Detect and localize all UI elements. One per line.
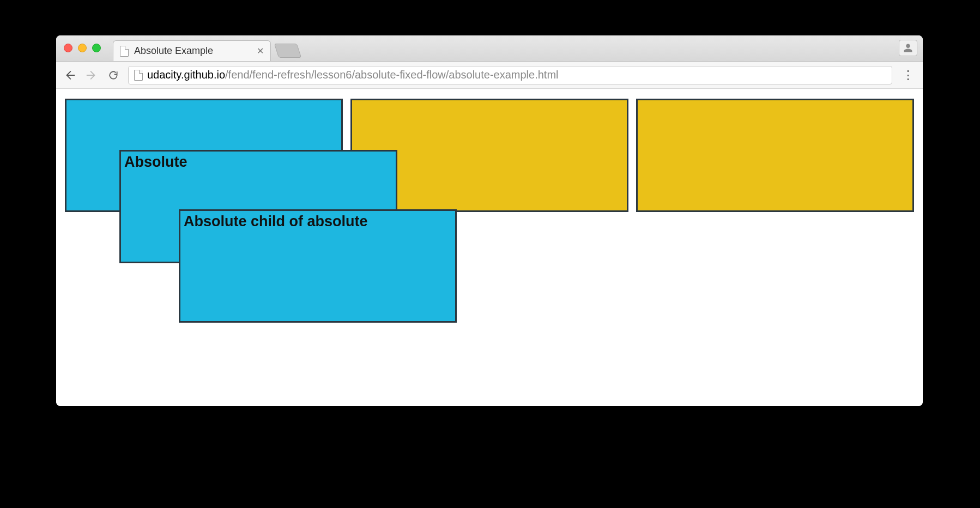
person-icon — [903, 43, 913, 53]
url-text: udacity.github.io/fend/fend-refresh/less… — [147, 69, 559, 81]
titlebar: Absolute Example ✕ — [56, 35, 923, 62]
url-host: udacity.github.io — [147, 69, 225, 81]
forward-button[interactable] — [84, 69, 99, 81]
page-viewport: Absolute Absolute child of absolute — [56, 89, 923, 406]
arrow-right-icon — [86, 69, 98, 81]
maximize-window-button[interactable] — [92, 44, 101, 52]
arrow-left-icon — [64, 69, 76, 81]
window-controls — [64, 44, 101, 52]
browser-tab[interactable]: Absolute Example ✕ — [113, 40, 271, 61]
browser-window: Absolute Example ✕ udacity.github.io/fen… — [56, 35, 923, 406]
profile-button[interactable] — [899, 40, 917, 56]
back-button[interactable] — [63, 69, 77, 81]
kebab-icon: ⋮ — [902, 68, 914, 82]
chrome-menu-button[interactable]: ⋮ — [900, 68, 916, 82]
address-bar[interactable]: udacity.github.io/fend/fend-refresh/less… — [128, 66, 892, 84]
file-icon — [134, 70, 143, 81]
reload-icon — [108, 70, 119, 81]
sibling-box-2 — [636, 99, 914, 212]
absolute-child-box: Absolute child of absolute — [179, 209, 457, 323]
file-icon — [120, 46, 129, 57]
close-tab-button[interactable]: ✕ — [257, 46, 264, 56]
tab-title: Absolute Example — [134, 45, 213, 57]
minimize-window-button[interactable] — [78, 44, 87, 52]
url-path: /fend/fend-refresh/lesson6/absolute-fixe… — [225, 69, 558, 81]
toolbar: udacity.github.io/fend/fend-refresh/less… — [56, 62, 923, 89]
absolute-box: Absolute Absolute child of absolute — [119, 150, 397, 263]
close-window-button[interactable] — [64, 44, 72, 52]
tabstrip: Absolute Example ✕ — [113, 35, 299, 61]
absolute-box-label: Absolute — [124, 154, 187, 170]
new-tab-button[interactable] — [274, 44, 301, 58]
absolute-child-box-label: Absolute child of absolute — [184, 213, 368, 229]
reload-button[interactable] — [106, 70, 120, 81]
